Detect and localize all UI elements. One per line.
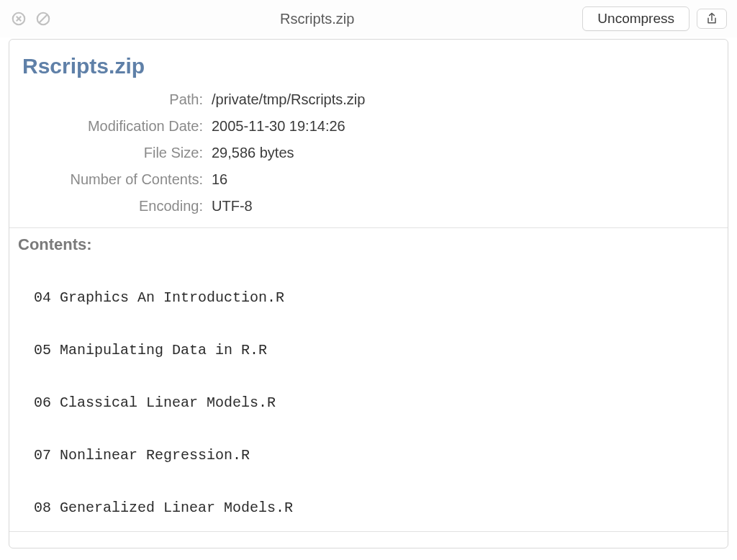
encoding-value: UTF-8 bbox=[212, 195, 715, 217]
info-panel: Rscripts.zip Path: /private/tmp/Rscripts… bbox=[9, 39, 728, 548]
list-item: 07 Nonlinear Regression.R bbox=[34, 447, 719, 464]
uncompress-button[interactable]: Uncompress bbox=[582, 6, 689, 31]
path-label: Path: bbox=[34, 89, 203, 111]
filesize-label: File Size: bbox=[34, 142, 203, 164]
file-title: Rscripts.zip bbox=[22, 54, 715, 78]
contents-list: 04 Graphics An Introduction.R 05 Manipul… bbox=[18, 254, 719, 532]
close-icon[interactable] bbox=[10, 10, 27, 27]
panel-footer bbox=[9, 532, 728, 548]
path-value: /private/tmp/Rscripts.zip bbox=[212, 89, 715, 111]
moddate-value: 2005-11-30 19:14:26 bbox=[212, 115, 715, 137]
archive-info-window: Rscripts.zip Uncompress Rscripts.zip Pat… bbox=[0, 0, 737, 560]
share-icon bbox=[705, 12, 719, 26]
window-title: Rscripts.zip bbox=[52, 11, 582, 27]
count-value: 16 bbox=[212, 168, 715, 191]
list-item: 04 Graphics An Introduction.R bbox=[34, 289, 719, 307]
svg-line-4 bbox=[40, 15, 48, 23]
prohibited-icon[interactable] bbox=[35, 10, 52, 27]
toolbar-left-icons bbox=[10, 10, 52, 27]
share-button[interactable] bbox=[697, 9, 727, 29]
contents-section: Contents: 04 Graphics An Introduction.R … bbox=[9, 227, 728, 532]
count-label: Number of Contents: bbox=[34, 168, 203, 191]
list-item: 06 Classical Linear Models.R bbox=[34, 394, 719, 412]
encoding-label: Encoding: bbox=[34, 195, 203, 217]
filesize-value: 29,586 bytes bbox=[212, 142, 715, 164]
panel-header: Rscripts.zip Path: /private/tmp/Rscripts… bbox=[9, 40, 728, 227]
toolbar: Rscripts.zip Uncompress bbox=[0, 0, 737, 37]
contents-heading: Contents: bbox=[18, 235, 719, 254]
list-item: 05 Manipulating Data in R.R bbox=[34, 342, 719, 359]
moddate-label: Modification Date: bbox=[34, 115, 203, 137]
list-item: 08 Generalized Linear Models.R bbox=[34, 500, 719, 517]
toolbar-right: Uncompress bbox=[582, 6, 727, 31]
metadata-grid: Path: /private/tmp/Rscripts.zip Modifica… bbox=[22, 89, 715, 217]
